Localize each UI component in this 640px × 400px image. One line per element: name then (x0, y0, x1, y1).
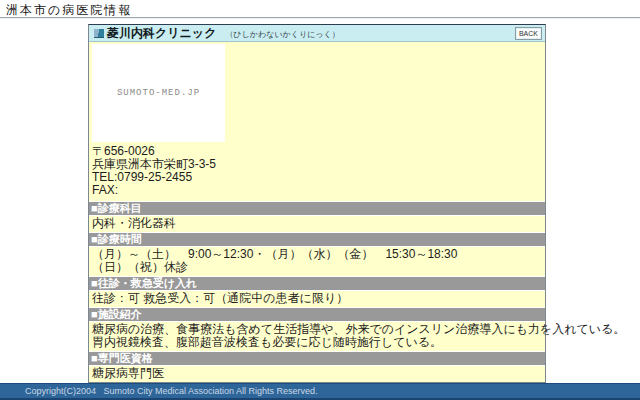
clinic-furigana: （ひしかわないかくりにっく） (225, 27, 339, 40)
section-content-hours: （月）～（土） 9:00～12:30・（月）（水）（金） 15:30～18:30… (89, 247, 545, 277)
clinic-card: 菱川内科クリニック （ひしかわないかくりにっく） BACK SUMOTO-MED… (88, 24, 546, 383)
footer-bar: Copyright(C)2004 Sumoto City Medical Ass… (0, 383, 640, 400)
fax-number: FAX: (92, 184, 542, 197)
section-line: 糖尿病専門医 (92, 367, 542, 380)
section-header-facility: ■施設紹介 (89, 308, 545, 322)
clinic-card-header: 菱川内科クリニック （ひしかわないかくりにっく） BACK (89, 25, 545, 42)
tel-number: TEL:0799-25-2455 (92, 171, 542, 184)
back-button[interactable]: BACK (515, 27, 542, 40)
section-line: 胃内視鏡検査、腹部超音波検査も必要に応じ随時施行している。 (92, 336, 542, 349)
section-content-specialist: 糖尿病専門医 (89, 366, 545, 382)
section-header-hours: ■診療時間 (89, 233, 545, 247)
section-content-housecalls: 往診：可 救急受入：可（通院中の患者に限り） (89, 291, 545, 308)
section-header-housecalls: ■往診・救急受け入れ (89, 277, 545, 291)
section-header-departments: ■診療科目 (89, 202, 545, 216)
section-line: （日）（祝）休診 (92, 261, 542, 274)
clinic-photo-placeholder: SUMOTO-MED.JP (92, 44, 225, 142)
clinic-info-cell: SUMOTO-MED.JP 〒656-0026 兵庫県洲本市栄町3-3-5 TE… (89, 42, 545, 202)
section-header-specialist: ■専門医資格 (89, 352, 545, 366)
clinic-name: 菱川内科クリニック (107, 25, 216, 41)
section-content-facility: 糖尿病の治療、食事療法も含めて生活指導や、外来でのインスリン治療導入にも力を入れ… (89, 322, 545, 352)
document-icon (94, 29, 104, 38)
section-line: 内科・消化器科 (92, 217, 542, 230)
title-divider (0, 17, 640, 19)
photo-placeholder-text: SUMOTO-MED.JP (117, 88, 200, 98)
copyright-text: Copyright(C)2004 Sumoto City Medical Ass… (0, 384, 640, 398)
section-line: 往診：可 救急受入：可（通院中の患者に限り） (92, 292, 542, 305)
address-block: 〒656-0026 兵庫県洲本市栄町3-3-5 TEL:0799-25-2455… (92, 145, 542, 197)
section-content-departments: 内科・消化器科 (89, 216, 545, 233)
